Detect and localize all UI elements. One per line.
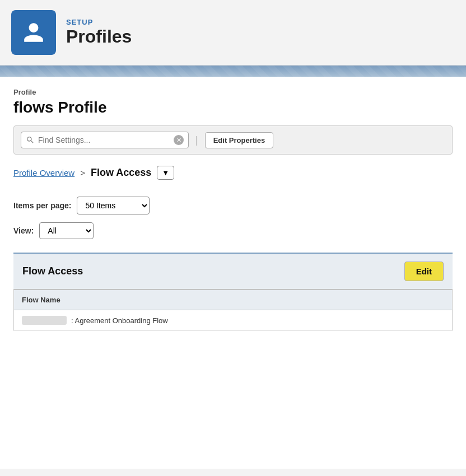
flow-access-section-header: Flow Access Edit [13, 253, 453, 290]
view-label: View: [13, 226, 34, 235]
view-select[interactable]: All Enabled Disabled [39, 222, 94, 239]
search-icon [26, 136, 35, 144]
view-row: View: All Enabled Disabled [13, 222, 453, 239]
header-text: SETUP Profiles [66, 18, 132, 47]
breadcrumb-current: Flow Access [91, 167, 151, 179]
breadcrumb-separator: > [80, 168, 85, 178]
toolbar-divider: | [195, 134, 198, 146]
person-icon [22, 21, 45, 44]
flow-name-placeholder [22, 316, 67, 325]
profile-label: Profile [13, 88, 453, 96]
profile-name: flows Profile [13, 99, 453, 116]
toolbar-row: ✕ | Edit Properties [13, 125, 453, 155]
flow-name-cell: : Agreement Onboarding Flow [14, 310, 453, 331]
items-per-page-label: Items per page: [13, 201, 71, 210]
items-per-page-row: Items per page: 10 Items 25 Items 50 Ite… [13, 197, 453, 214]
main-content: Profile flows Profile ✕ | Edit Propertie… [0, 77, 466, 469]
flow-access-table: Flow Name : Agreement Onboarding Flow [13, 290, 453, 331]
table-row: : Agreement Onboarding Flow [14, 310, 453, 331]
flow-access-edit-button[interactable]: Edit [404, 262, 444, 281]
flow-name-column-header: Flow Name [14, 290, 453, 310]
header-icon-box [11, 10, 56, 55]
breadcrumb: Profile Overview > Flow Access ▼ [13, 166, 453, 180]
setup-label: SETUP [66, 18, 132, 26]
clear-search-button[interactable]: ✕ [174, 135, 184, 145]
profile-overview-link[interactable]: Profile Overview [13, 168, 74, 178]
page-header: SETUP Profiles [0, 0, 466, 66]
page-title: Profiles [66, 26, 132, 47]
items-per-page-select[interactable]: 10 Items 25 Items 50 Items 100 Items 200… [77, 197, 150, 214]
decorative-band [0, 66, 466, 77]
flow-name-text: : Agreement Onboarding Flow [71, 316, 168, 325]
edit-properties-button[interactable]: Edit Properties [205, 132, 273, 148]
flow-access-dropdown-button[interactable]: ▼ [157, 166, 174, 180]
search-wrapper: ✕ [21, 132, 189, 148]
flow-access-title: Flow Access [22, 265, 83, 277]
controls-row: Items per page: 10 Items 25 Items 50 Ite… [13, 197, 453, 239]
search-input[interactable] [38, 136, 170, 144]
